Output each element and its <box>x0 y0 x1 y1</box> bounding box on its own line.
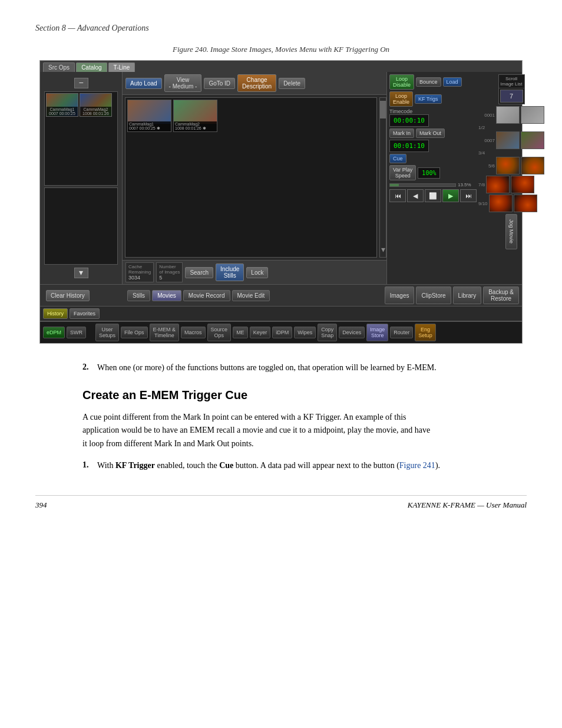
go-end-button[interactable]: ⏭ <box>460 189 477 202</box>
rewind-button[interactable]: ◀ <box>407 189 424 202</box>
speed-slider-track[interactable] <box>389 183 456 187</box>
left-panel: − CammaMag10007 00:00:25 CammaMag21008 0… <box>40 72 123 284</box>
timecode-label: Timecode <box>389 108 429 114</box>
top-tabs-bar: Src Ops Catalog T-Line <box>40 61 522 72</box>
stop-button[interactable]: ⬜ <box>425 189 441 202</box>
right-panel: LoopDisable Bounce Load LoopEnable KF Tr… <box>386 72 522 284</box>
change-description-button[interactable]: ChangeDescription <box>237 74 276 92</box>
ui-main-area: − CammaMag10007 00:00:25 CammaMag21008 0… <box>40 72 522 284</box>
favorites-button[interactable]: Favorites <box>70 308 100 319</box>
sys-edpm-button[interactable]: eDPM <box>43 327 65 338</box>
thumb-mini-7[interactable] <box>486 176 510 193</box>
sys-me-button[interactable]: ME <box>233 327 248 338</box>
loop-enable-row: LoopEnable KF Trigs <box>389 91 477 107</box>
figure-241-link[interactable]: Figure 241 <box>399 461 435 470</box>
sys-devices-button[interactable]: Devices <box>339 327 365 338</box>
go-start-button[interactable]: ⏮ <box>389 189 406 202</box>
thumb-item-1[interactable]: CammaMag10007 00:00:25 <box>46 93 78 117</box>
scroll-image-list: ScrollImage List 7 <box>498 74 525 104</box>
images-tab[interactable]: Images <box>385 286 415 304</box>
thumb-item-2[interactable]: CammaMag21008 00:01:26 <box>80 93 112 117</box>
goto-id-button[interactable]: GoTo ID <box>204 78 235 89</box>
fraction-9-10: 9/10 <box>478 201 488 206</box>
lock-button[interactable]: Lock <box>246 267 268 278</box>
plus-button[interactable]: ▾ <box>74 268 88 278</box>
include-stills-button[interactable]: IncludeStills <box>216 263 244 281</box>
manual-title: KAYENNE K-FRAME — User Manual <box>408 500 527 510</box>
history-favorites-row: History Favorites <box>40 306 522 321</box>
cue-button[interactable]: Cue <box>389 154 406 163</box>
backup-restore-tab[interactable]: Backup &Restore <box>483 286 519 304</box>
bounce-button[interactable]: Bounce <box>416 77 441 87</box>
thumb-mini-5[interactable] <box>496 157 520 174</box>
movie-record-tab[interactable]: Movie Record <box>183 290 230 301</box>
jog-movie-button[interactable]: Jog Movie <box>505 214 517 249</box>
sys-file-ops-button[interactable]: File Ops <box>121 327 148 338</box>
thumb-grid-row-2: 0007 <box>478 131 544 149</box>
sys-idpm-button[interactable]: iDPM <box>272 327 292 338</box>
sys-copy-snap-button[interactable]: CopySnap <box>318 324 337 341</box>
number-images-label: Numberof Images <box>159 264 180 275</box>
view-medium-button[interactable]: View- Medium - <box>164 74 202 92</box>
thumb-mini-0002[interactable] <box>521 106 544 124</box>
page-footer: 394 KAYENNE K-FRAME — User Manual <box>35 495 527 510</box>
history-button[interactable]: History <box>43 308 68 319</box>
auto-load-button[interactable]: Auto Load <box>125 78 162 89</box>
sys-emem-timeline-button[interactable]: E-MEM &Timeline <box>150 324 180 341</box>
transport-row: ⏮ ◀ ⬜ ▶ ⏭ <box>389 189 477 202</box>
tab-src-ops[interactable]: Src Ops <box>43 62 75 72</box>
thumb-grid-row-frac-3: 7/8 <box>478 176 544 193</box>
sys-source-ops-button[interactable]: SourceOps <box>207 324 232 341</box>
mark-out-button[interactable]: Mark Out <box>416 129 445 138</box>
load-button[interactable]: Load <box>443 77 462 87</box>
kf-trigs-button[interactable]: KF Trigs <box>415 94 442 104</box>
play-button[interactable]: ▶ <box>442 189 459 202</box>
var-play-row: Var PlaySpeed 100% <box>389 165 477 180</box>
var-play-speed-button[interactable]: Var PlaySpeed <box>389 165 416 180</box>
loop-enable-button[interactable]: LoopEnable <box>389 91 413 107</box>
thumb-mini-10[interactable] <box>514 195 537 212</box>
right-top-row: LoopDisable Bounce Load LoopEnable KF Tr… <box>389 74 520 249</box>
tab-t-line[interactable]: T-Line <box>108 62 135 72</box>
thumb-mini-8[interactable] <box>511 176 534 193</box>
library-tab[interactable]: Library <box>453 286 482 304</box>
sys-eng-setup-button[interactable]: EngSetup <box>415 324 436 341</box>
middle-scrollbar[interactable]: ▾ <box>379 97 386 258</box>
thumb-num-0007: 0007 <box>478 138 495 143</box>
mark-in-button[interactable]: Mark In <box>389 129 414 138</box>
sys-swr-button[interactable]: SWR <box>67 327 86 338</box>
middle-thumb-1[interactable]: CammaMag10007 00:00:25 ✱ <box>127 100 171 132</box>
sys-wipes-button[interactable]: Wipes <box>294 327 316 338</box>
minus-button[interactable]: − <box>74 78 88 88</box>
timecode-row: Timecode 00:00:10 <box>389 108 477 127</box>
movies-tab[interactable]: Movies <box>152 290 181 301</box>
tab-catalog[interactable]: Catalog <box>76 62 107 72</box>
thumb-mini-0007[interactable] <box>496 131 520 149</box>
scroll-down-arrow[interactable]: ▾ <box>381 245 385 254</box>
sys-router-button[interactable]: Router <box>390 327 413 338</box>
scroll-area[interactable] <box>44 187 118 265</box>
middle-toolbar: Auto Load View- Medium - GoTo ID ChangeD… <box>123 72 386 95</box>
system-row: eDPM SWR UserSetups File Ops E-MEM &Time… <box>40 321 522 343</box>
movie-edit-tab[interactable]: Movie Edit <box>232 290 270 301</box>
sys-image-store-button[interactable]: ImageStore <box>366 324 388 341</box>
thumb-label-1: CammaMag10007 00:00:25 <box>47 107 78 116</box>
page-number: 394 <box>35 500 47 510</box>
delete-button[interactable]: Delete <box>279 78 305 89</box>
thumb-mini-0008[interactable] <box>521 131 544 149</box>
thumb-mini-6[interactable] <box>521 157 544 174</box>
clear-history-button[interactable]: Clear History <box>46 290 90 301</box>
middle-thumb-2[interactable]: CammaMag21008 00:01:26 ✱ <box>173 100 217 132</box>
sys-macros-button[interactable]: Macros <box>181 327 206 338</box>
thumb-num-0001: 0001 <box>478 113 495 118</box>
loop-disable-button[interactable]: LoopDisable <box>389 74 414 90</box>
clipstore-tab[interactable]: ClipStore <box>416 286 451 304</box>
sys-user-setups-button[interactable]: UserSetups <box>95 324 119 341</box>
stills-tab[interactable]: Stills <box>127 290 150 301</box>
thumb-mini-0001[interactable] <box>496 106 520 124</box>
mark-timecode-display: 00:01:10 <box>389 140 429 152</box>
search-button[interactable]: Search <box>185 267 213 278</box>
thumb-mini-9[interactable] <box>489 195 513 212</box>
cache-value: 3034 <box>128 275 151 281</box>
sys-keyer-button[interactable]: Keyer <box>250 327 271 338</box>
